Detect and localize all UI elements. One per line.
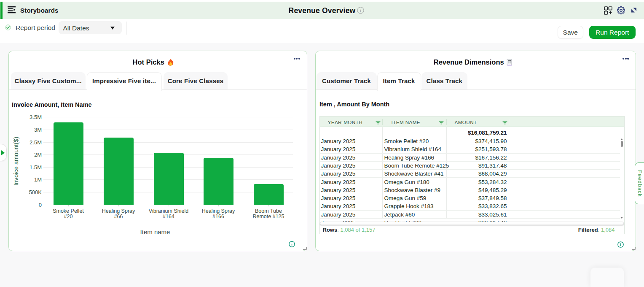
svg-text:i: i	[360, 8, 361, 13]
